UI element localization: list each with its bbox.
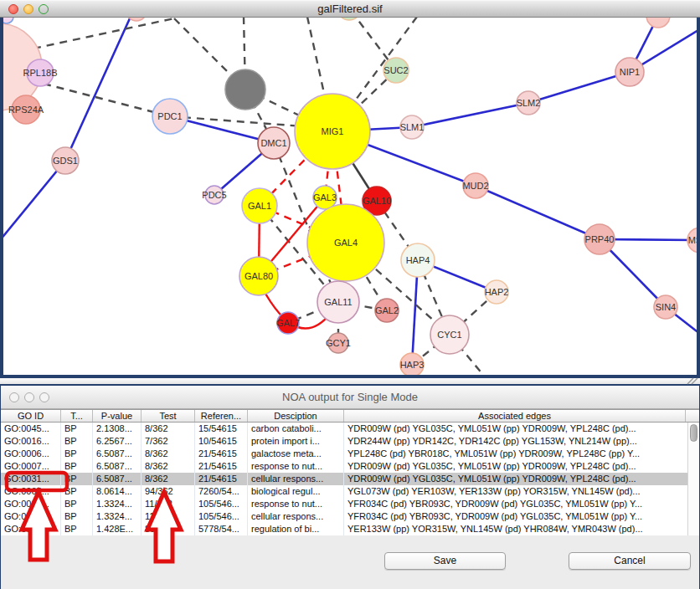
table-cell: 8/362 [142, 423, 195, 435]
node-top-pink-2[interactable] [646, 18, 670, 28]
table-cell: 10/54615 [195, 435, 248, 448]
node-label-rps24a: RPS24A [8, 105, 44, 115]
column-header-3[interactable]: P-value [93, 410, 142, 422]
node-gray-node[interactable] [225, 69, 265, 110]
column-header-4[interactable]: Test [142, 410, 195, 422]
table-cell: 1.428E... [93, 523, 142, 535]
table-cell: YER133W (pp) YOR315W, YNL145W (pd) YHR08… [344, 523, 687, 535]
table-cell: 1.3324... [93, 498, 142, 510]
node-label-gal4: GAL4 [334, 238, 358, 248]
node-label-gal7: GAL7 [276, 318, 300, 328]
network-window-title: galFiltered.sif [0, 3, 700, 15]
table-cell: YGL073W (pd) YER103W, YER133W (pp) YOR31… [344, 485, 687, 498]
edge-blue [528, 72, 630, 103]
node-label-slm2: SLM2 [517, 98, 541, 108]
node-label-gal2: GAL2 [375, 305, 399, 315]
edge-dashed [44, 84, 170, 116]
table-cell: 2.1308... [93, 423, 142, 435]
node-label-hap3: HAP3 [400, 360, 425, 370]
results-table[interactable]: GO:0045...BP2.1308...8/36215/54615carbon… [1, 423, 687, 535]
table-row-3[interactable]: GO:0006...BP6.5087...8/36221/54615galact… [1, 448, 687, 460]
table-cell: 5778/54... [195, 523, 248, 535]
node-label-pdc5: PDC5 [202, 190, 226, 200]
network-window: galFiltered.sif RPL18BRPS24AGDS1PDC1MIG1… [0, 0, 700, 384]
edge-blue [3, 161, 65, 244]
table-cell: protein import i... [248, 435, 344, 448]
scrollbar-thumb[interactable] [690, 424, 697, 442]
table-cell: 21/54615 [195, 460, 248, 473]
node-label-cyc1: CYC1 [437, 330, 461, 340]
table-cell: 105/546... [195, 498, 248, 510]
table-row-7[interactable]: GO:0031...BP1.3324...11/362105/546...res… [1, 498, 687, 510]
table-cell: 80/362 [142, 523, 195, 535]
table-cell: GO:0016... [1, 435, 61, 448]
network-view-frame: RPL18BRPS24AGDS1PDC1MIG1DMC1SUC2NIP1SLM2… [0, 18, 700, 378]
table-cell: carbon cataboli... [248, 423, 344, 435]
table-cell: GO:0007... [1, 460, 61, 473]
table-row-9[interactable]: GO:0050...BP1.428E...80/3625778/54...reg… [1, 523, 687, 535]
table-cell: BP [61, 523, 93, 535]
table-cell: 8/362 [142, 473, 195, 485]
node-label-pdc1: PDC1 [157, 111, 182, 121]
table-cell: YPL248C (pd) YBR018C, YML051W (pp) YDR00… [344, 448, 687, 460]
table-cell: YDR009W (pd) YGL035C, YML051W (pp) YDR00… [344, 423, 687, 435]
table-row-5[interactable]: GO:0031...BP6.5087...8/36221/54615cellul… [1, 473, 687, 485]
table-cell: biological regul... [248, 485, 344, 498]
table-cell: 7260/54... [195, 485, 248, 498]
table-scrollbar[interactable] [687, 423, 699, 535]
table-cell: cellular respons... [248, 473, 344, 485]
node-label-slm1: SLM1 [400, 122, 425, 132]
network-canvas[interactable]: RPL18BRPS24AGDS1PDC1MIG1DMC1SUC2NIP1SLM2… [3, 18, 697, 375]
node-label-dmc1: DMC1 [260, 138, 286, 148]
table-cell: 15/54615 [195, 423, 248, 435]
node-label-hap2: HAP2 [485, 287, 509, 297]
table-cell: BP [61, 423, 93, 435]
network-window-bottom-edge [0, 378, 700, 384]
table-row-6[interactable]: GO:0065...BP8.0614...94/3627260/54...bio… [1, 485, 687, 498]
node-label-gal80: GAL80 [244, 271, 273, 281]
table-row-4[interactable]: GO:0007...BP6.5087...8/36221/54615respon… [1, 460, 687, 473]
node-label-gal10: GAL10 [363, 196, 391, 206]
edge-dashed [33, 18, 174, 49]
table-row-8[interactable]: GO:0031...BP1.3324...11/362105/546...cel… [1, 510, 687, 523]
column-header-6[interactable]: Desciption [248, 410, 344, 422]
node-label-mig1: MIG1 [322, 126, 344, 136]
table-cell: 7/362 [142, 435, 195, 448]
table-cell: 8.0614... [93, 485, 142, 498]
node-label-gal11: GAL11 [324, 297, 352, 307]
column-header-5[interactable]: Referen... [195, 410, 248, 422]
table-cell: regulation of bi... [248, 523, 344, 535]
results-table-header[interactable]: GO IDT...P-valueTestReferen...Desciption… [1, 409, 699, 423]
table-cell: BP [61, 473, 93, 485]
table-cell: galactose meta... [248, 448, 344, 460]
node-label-rpl18b: RPL18B [23, 68, 58, 78]
edge-blue [476, 186, 600, 239]
column-header-1[interactable]: GO ID [1, 410, 61, 422]
table-cell: YDR244W (pp) YDR142C, YDR142C (pp) YGL15… [344, 435, 687, 448]
edge-blue [412, 103, 528, 127]
table-cell: 8/362 [142, 448, 195, 460]
save-button[interactable]: Save [384, 552, 506, 570]
node-corner-partial[interactable] [3, 18, 13, 23]
table-cell: GO:0006... [1, 448, 61, 460]
cancel-button[interactable]: Cancel [569, 552, 691, 570]
table-cell: 1.3324... [93, 510, 142, 523]
column-header-2[interactable]: T... [61, 410, 93, 422]
table-cell: 94/362 [142, 485, 195, 498]
table-cell: response to nut... [248, 498, 344, 510]
table-cell: YFR034C (pd) YBR093C, YDR009W (pd) YGL03… [344, 510, 687, 523]
table-row-1[interactable]: GO:0045...BP2.1308...8/36215/54615carbon… [1, 423, 687, 435]
noa-window-title: NOA output for Single Mode [1, 391, 699, 403]
table-cell: BP [61, 435, 93, 448]
column-header-7[interactable]: Associated edges [344, 410, 686, 422]
table-row-2[interactable]: GO:0016...BP6.2567...7/36210/54615protei… [1, 435, 687, 448]
table-cell: GO:0045... [1, 423, 61, 435]
table-cell: GO:0031... [1, 510, 61, 523]
table-cell: YDR009W (pd) YGL035C, YML051W (pp) YDR00… [344, 473, 687, 485]
noa-window-titlebar[interactable]: NOA output for Single Mode [1, 386, 699, 409]
node-label-nip1: NIP1 [620, 67, 640, 77]
table-cell: 6.5087... [93, 473, 142, 485]
network-window-titlebar[interactable]: galFiltered.sif [0, 0, 700, 18]
node-top-green[interactable] [337, 18, 361, 20]
node-label-gcy1: GCY1 [326, 338, 351, 348]
